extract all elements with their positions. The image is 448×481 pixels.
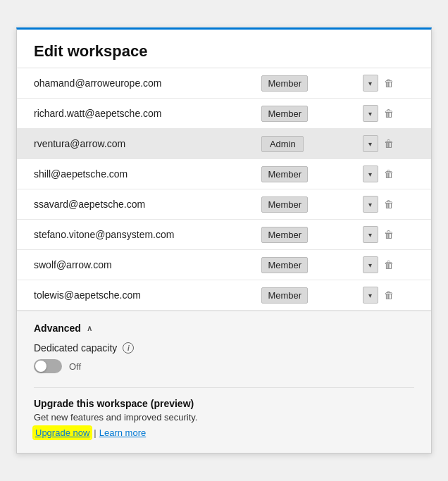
member-email: swolf@arrow.com [17,250,244,280]
separator: | [94,427,96,438]
member-actions-cell: ▾🗑 [346,189,431,220]
member-actions-cell: ▾🗑 [346,250,431,280]
table-row: ohamand@arroweurope.comMember▾🗑 [17,68,431,99]
learn-more-link[interactable]: Learn more [99,427,146,438]
info-icon: i [123,342,134,354]
capacity-toggle[interactable] [34,359,62,373]
member-actions-cell: ▾🗑 [346,129,431,159]
delete-member-button[interactable]: 🗑 [381,106,397,120]
table-row: swolf@arrow.comMember▾🗑 [17,250,431,280]
member-actions-cell: ▾🗑 [346,68,431,99]
role-dropdown-button[interactable]: ▾ [363,135,378,152]
delete-member-button[interactable]: 🗑 [381,258,397,272]
upgrade-section: Upgrade this workspace (preview) Get new… [34,387,414,439]
role-dropdown-button[interactable]: ▾ [363,105,378,122]
member-role-cell: Member [244,99,345,129]
dedicated-capacity-row: Dedicated capacity i [34,342,414,354]
delete-member-button[interactable]: 🗑 [381,167,397,181]
member-email: richard.watt@aepetsche.com [17,99,244,129]
delete-member-button[interactable]: 🗑 [381,137,397,151]
member-email: tolewis@aepetsche.com [17,280,244,311]
role-badge: Admin [261,136,304,152]
toggle-row: Off [34,359,414,373]
member-email: rventura@arrow.com [17,129,244,159]
table-row: tolewis@aepetsche.comMember▾🗑 [17,280,431,311]
page-title: Edit workspace [17,30,431,68]
member-email: shill@aepetsche.com [17,159,244,189]
table-row: rventura@arrow.comAdmin▾🗑 [17,129,431,159]
chevron-up-icon: ∧ [87,324,92,333]
table-row: richard.watt@aepetsche.comMember▾🗑 [17,99,431,129]
role-dropdown-button[interactable]: ▾ [363,196,378,213]
member-role-cell: Admin [244,129,345,159]
member-email: stefano.vitone@pansystem.com [17,220,244,250]
role-badge: Member [261,227,308,243]
upgrade-links: Upgrade now | Learn more [34,427,414,439]
toggle-label: Off [69,361,81,372]
member-actions-cell: ▾🗑 [346,159,431,189]
member-role-cell: Member [244,250,345,280]
edit-workspace-panel: Edit workspace ohamand@arroweurope.comMe… [16,27,432,454]
member-role-cell: Member [244,159,345,189]
role-badge: Member [261,75,308,92]
advanced-section: Advanced ∧ Dedicated capacity i Off Upgr… [17,311,431,453]
advanced-label: Advanced [34,323,81,334]
member-actions-cell: ▾🗑 [346,280,431,311]
delete-member-button[interactable]: 🗑 [381,288,397,302]
upgrade-description: Get new features and improved security. [34,412,414,423]
member-email: ohamand@arroweurope.com [17,68,244,99]
member-role-cell: Member [244,189,345,220]
upgrade-now-link[interactable]: Upgrade now [34,427,91,439]
role-badge: Member [261,166,308,182]
member-role-cell: Member [244,68,345,99]
member-role-cell: Member [244,220,345,250]
toggle-knob [35,361,46,372]
table-row: stefano.vitone@pansystem.comMember▾🗑 [17,220,431,250]
role-badge: Member [261,106,308,122]
role-badge: Member [261,287,308,304]
member-actions-cell: ▾🗑 [346,220,431,250]
member-actions-cell: ▾🗑 [346,99,431,129]
upgrade-title: Upgrade this workspace (preview) [34,398,414,409]
table-row: shill@aepetsche.comMember▾🗑 [17,159,431,189]
role-dropdown-button[interactable]: ▾ [363,256,378,273]
members-table: ohamand@arroweurope.comMember▾🗑richard.w… [17,68,431,311]
role-badge: Member [261,257,308,273]
role-dropdown-button[interactable]: ▾ [363,165,378,182]
member-email: ssavard@aepetsche.com [17,189,244,220]
dedicated-capacity-label: Dedicated capacity [34,342,117,354]
delete-member-button[interactable]: 🗑 [381,227,397,242]
role-badge: Member [261,196,308,213]
role-dropdown-button[interactable]: ▾ [363,287,378,304]
delete-member-button[interactable]: 🗑 [381,197,397,211]
table-row: ssavard@aepetsche.comMember▾🗑 [17,189,431,220]
role-dropdown-button[interactable]: ▾ [363,75,378,92]
delete-member-button[interactable]: 🗑 [381,76,397,90]
member-role-cell: Member [244,280,345,311]
advanced-toggle[interactable]: Advanced ∧ [34,323,414,334]
role-dropdown-button[interactable]: ▾ [363,226,378,243]
